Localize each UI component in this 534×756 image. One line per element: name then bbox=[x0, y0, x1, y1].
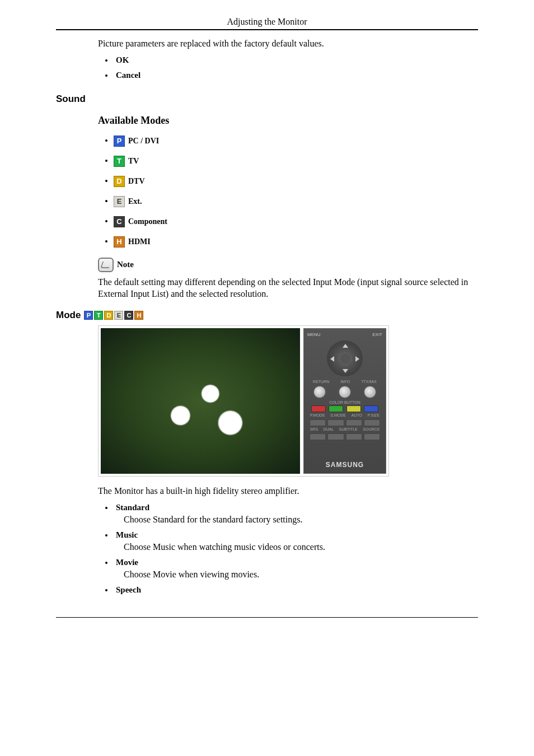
note-row: Note bbox=[98, 258, 478, 272]
remote-return-label: RETURN bbox=[313, 380, 329, 384]
mode-pc-dvi-label: PC / DVI bbox=[128, 137, 159, 146]
sound-mode-standard-desc: Choose Standard for the standard factory… bbox=[124, 515, 478, 525]
strip-p-icon: P bbox=[84, 311, 93, 320]
remote-dpad bbox=[327, 340, 363, 376]
p-icon: P bbox=[114, 136, 125, 147]
figure-photo bbox=[101, 328, 300, 474]
option-cancel-label: Cancel bbox=[116, 71, 140, 80]
available-modes-heading: Available Modes bbox=[98, 115, 478, 127]
mode-icon-strip: P T D E C H bbox=[84, 311, 143, 320]
mode-pc-dvi: P PC / DVI bbox=[114, 136, 478, 147]
remote-subtitle-label: SUBTITLE bbox=[339, 427, 358, 431]
header-rule bbox=[56, 29, 478, 30]
note-label: Note bbox=[117, 260, 134, 269]
red-button-icon bbox=[311, 405, 326, 412]
mode-intro: The Monitor has a built-in high fidelity… bbox=[98, 486, 478, 497]
c-icon: C bbox=[114, 216, 125, 227]
arrow-right-icon bbox=[355, 356, 359, 362]
remote-color-buttons bbox=[310, 405, 380, 412]
sound-mode-movie: Movie Choose Movie when viewing movies. bbox=[114, 558, 478, 580]
sound-mode-standard-label: Standard bbox=[116, 503, 149, 512]
sound-heading: Sound bbox=[56, 94, 478, 105]
sound-mode-music-desc: Choose Music when watching music videos … bbox=[124, 542, 478, 552]
grid-button bbox=[346, 433, 362, 440]
sound-mode-music: Music Choose Music when watching music v… bbox=[114, 530, 478, 552]
strip-e-icon: E bbox=[114, 311, 123, 320]
grid-button bbox=[327, 419, 344, 426]
remote-dual-label: DUAL bbox=[323, 427, 334, 431]
strip-c-icon: C bbox=[124, 311, 133, 320]
mode-tv-label: TV bbox=[128, 157, 139, 166]
mode-component: C Component bbox=[114, 216, 478, 227]
remote-menu-label: MENU bbox=[307, 332, 321, 337]
green-button-icon bbox=[329, 405, 343, 412]
sound-block: Available Modes P PC / DVI T TV bbox=[98, 115, 478, 300]
mode-component-label: Component bbox=[128, 217, 167, 226]
sound-mode-standard: Standard Choose Standard for the standar… bbox=[114, 503, 478, 525]
sound-mode-movie-label: Movie bbox=[116, 558, 138, 567]
strip-h-icon: H bbox=[134, 311, 143, 320]
remote-brand: SAMSUNG bbox=[307, 458, 382, 470]
intro-block: Picture parameters are replaced with the… bbox=[98, 38, 478, 80]
remote-grid-buttons-1 bbox=[310, 419, 380, 426]
option-cancel: Cancel bbox=[114, 71, 478, 80]
remote-smode-label: S.MODE bbox=[330, 413, 346, 417]
footer-rule bbox=[56, 617, 478, 618]
remote-exit-label: EXIT bbox=[372, 332, 382, 337]
t-icon: T bbox=[114, 156, 125, 167]
content: Adjusting the Monitor Picture parameters… bbox=[56, 17, 478, 618]
remote-round-buttons bbox=[307, 386, 382, 398]
mode-ext: E Ext. bbox=[114, 196, 478, 207]
arrow-down-icon bbox=[343, 369, 348, 373]
sound-mode-speech-label: Speech bbox=[116, 585, 141, 594]
remote-info-label: INFO bbox=[340, 380, 350, 384]
remote-info-button bbox=[339, 386, 351, 398]
remote-colorbutton-label: COLOR BUTTON bbox=[329, 400, 360, 404]
intro-text: Picture parameters are replaced with the… bbox=[98, 38, 478, 50]
grid-button bbox=[310, 419, 326, 426]
mode-heading: Mode bbox=[56, 310, 81, 321]
sound-mode-list: Standard Choose Standard for the standar… bbox=[98, 503, 478, 595]
mode-tv: T TV bbox=[114, 156, 478, 167]
remote-grid-buttons-2 bbox=[310, 433, 380, 440]
remote-source-label: SOURCE bbox=[363, 427, 380, 431]
remote-psize-label: P.SIZE bbox=[368, 413, 380, 417]
remote-return-button bbox=[313, 386, 326, 398]
grid-button bbox=[364, 419, 380, 426]
arrow-left-icon bbox=[330, 356, 334, 362]
d-icon: D bbox=[114, 176, 125, 187]
strip-t-icon: T bbox=[94, 311, 103, 320]
mode-body: The Monitor has a built-in high fidelity… bbox=[98, 486, 478, 595]
mode-heading-row: Mode P T D E C H bbox=[56, 310, 478, 321]
intro-options: OK Cancel bbox=[98, 55, 478, 80]
mode-dtv-label: DTV bbox=[128, 177, 145, 186]
e-icon: E bbox=[114, 196, 125, 207]
mode-hdmi-label: HDMI bbox=[128, 237, 151, 246]
note-icon bbox=[98, 258, 114, 272]
remote-ttx-label: TTX/MIX bbox=[361, 380, 377, 384]
remote-srs-label: SRS bbox=[310, 427, 318, 431]
available-modes-list: P PC / DVI T TV D DTV bbox=[98, 136, 478, 248]
yellow-button-icon bbox=[346, 405, 361, 412]
sound-mode-speech: Speech bbox=[114, 585, 478, 595]
arrow-up-icon bbox=[343, 344, 348, 348]
grid-button bbox=[310, 433, 326, 440]
sound-mode-music-label: Music bbox=[116, 530, 138, 539]
remote-ttx-button bbox=[364, 386, 376, 398]
mode-dtv: D DTV bbox=[114, 176, 478, 187]
page-header: Adjusting the Monitor bbox=[56, 17, 478, 29]
figure-remote: MENU EXIT RETURN INFO TTX/MIX bbox=[303, 328, 386, 474]
h-icon: H bbox=[114, 236, 125, 248]
mode-ext-label: Ext. bbox=[128, 197, 142, 206]
strip-d-icon: D bbox=[104, 311, 113, 320]
grid-button bbox=[364, 433, 380, 440]
blue-button-icon bbox=[364, 405, 378, 412]
option-ok-label: OK bbox=[116, 55, 129, 64]
mode-figure: MENU EXIT RETURN INFO TTX/MIX bbox=[98, 325, 389, 477]
remote-pmode-label: P.MODE bbox=[310, 413, 325, 417]
note-text: The default setting may different depend… bbox=[98, 277, 478, 300]
remote-auto-label: AUTO bbox=[352, 413, 362, 417]
option-ok: OK bbox=[114, 55, 478, 65]
grid-button bbox=[327, 433, 344, 440]
mode-hdmi: H HDMI bbox=[114, 236, 478, 248]
